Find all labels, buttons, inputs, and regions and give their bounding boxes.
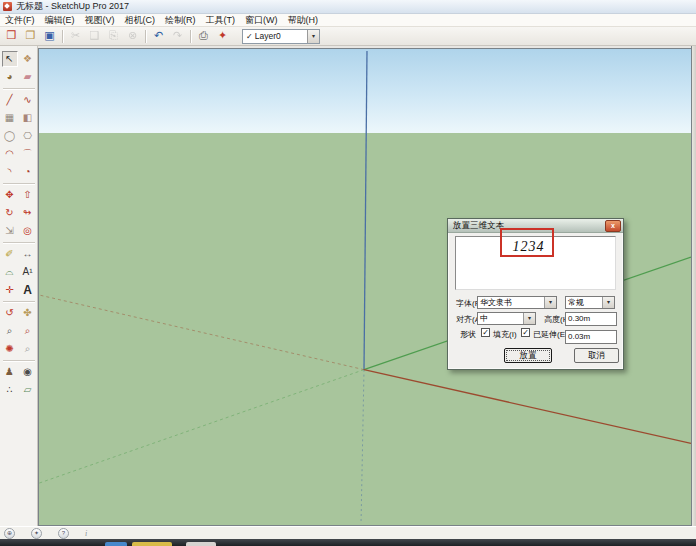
red-axis-dashed — [39, 295, 364, 370]
title-bar[interactable]: 无标题 - SketchUp Pro 2017 — [0, 0, 696, 14]
menu-item-help[interactable]: 帮助(H) — [283, 14, 324, 27]
line-tool[interactable]: ╱ — [2, 92, 18, 108]
dimension-tool[interactable]: ↔ — [20, 246, 36, 262]
menu-item-window[interactable]: 窗口(W) — [240, 14, 283, 27]
pie-tool[interactable]: ◔ — [20, 164, 36, 180]
zoom-extents-tool[interactable]: ✺ — [2, 341, 18, 357]
three-point-arc-tool[interactable]: ◝ — [2, 164, 18, 180]
cancel-button[interactable]: 取消 — [574, 348, 619, 363]
move-tool[interactable]: ✥ — [2, 187, 18, 203]
font-style-combo[interactable]: 常规 ▾ — [565, 296, 615, 309]
palette-separator — [3, 360, 35, 361]
red-annotation-box — [500, 228, 554, 257]
align-combo-arrow-icon[interactable]: ▾ — [523, 313, 535, 324]
offset-tool[interactable]: ◎ — [20, 223, 36, 239]
rectangle-tool[interactable]: ▦ — [2, 110, 18, 126]
pan-tool[interactable]: ✤ — [20, 305, 36, 321]
taskbar-app-3[interactable] — [186, 542, 216, 546]
status-bar: ⊕✦? i — [0, 526, 696, 539]
open-button[interactable]: ❐ — [21, 28, 40, 44]
place-button[interactable]: 放置 — [504, 348, 552, 363]
sketchup-logo-icon — [3, 2, 12, 11]
menu-bar: 文件(F)编辑(E)视图(V)相机(C)绘制(R)工具(T)窗口(W)帮助(H) — [0, 14, 696, 27]
circle-tool[interactable]: ◯ — [2, 128, 18, 144]
window-right-edge — [691, 46, 696, 526]
save-button[interactable]: ▣ — [40, 28, 59, 44]
font-style-value: 常规 — [566, 297, 602, 308]
protractor-tool[interactable]: ⌓ — [2, 264, 18, 280]
3d-text-dialog: 放置三维文本 x 1234 字体(F) 华文隶书 ▾ 常规 ▾ 对齐(A) 中 … — [447, 218, 624, 370]
palette-separator — [3, 242, 35, 243]
previous-view-tool[interactable]: ⌕ — [20, 341, 36, 357]
polygon-tool[interactable]: ⎔ — [20, 128, 36, 144]
zoom-window-tool[interactable]: ⌕ — [20, 323, 36, 339]
font-combo-arrow-icon[interactable]: ▾ — [544, 297, 556, 308]
cut-button[interactable]: ✂ — [66, 28, 85, 44]
rotate-tool[interactable]: ↻ — [2, 205, 18, 221]
dialog-close-button[interactable]: x — [605, 220, 621, 232]
make-component-tool[interactable]: ❖ — [20, 51, 36, 67]
font-style-arrow-icon[interactable]: ▾ — [602, 297, 614, 308]
extrude-input[interactable]: 0.03m — [565, 330, 617, 344]
fill-checkbox[interactable]: ✓ — [481, 328, 490, 337]
axes-tool[interactable]: ✛ — [2, 282, 18, 298]
geo-location-button[interactable]: ⊕ — [4, 528, 15, 539]
align-combo-value: 中 — [478, 313, 523, 324]
redo-button[interactable]: ↷ — [168, 28, 187, 44]
section-plane-tool[interactable]: ▱ — [20, 382, 36, 398]
new-button[interactable]: ❒ — [2, 28, 21, 44]
select-tool[interactable]: ↖ — [2, 51, 18, 67]
arc-tool[interactable]: ◠ — [2, 146, 18, 162]
help-button[interactable]: ? — [58, 528, 69, 539]
toolbar-separator — [145, 30, 146, 43]
print-button[interactable]: ⎙ — [194, 28, 213, 44]
position-camera-tool[interactable]: ♟ — [2, 364, 18, 380]
align-combo[interactable]: 中 ▾ — [477, 312, 536, 325]
toolbar-separator — [190, 30, 191, 43]
push-pull-tool[interactable]: ⇧ — [20, 187, 36, 203]
tape-measure-tool[interactable]: ✐ — [2, 246, 18, 262]
model-info-button[interactable]: ✦ — [213, 28, 232, 44]
rotated-rectangle-tool[interactable]: ◧ — [20, 110, 36, 126]
height-input[interactable]: 0.30m — [565, 312, 617, 326]
scale-tool[interactable]: ⇲ — [2, 223, 18, 239]
text-tool[interactable]: A¹ — [20, 264, 36, 280]
zoom-tool[interactable]: ⌕ — [2, 323, 18, 339]
menu-item-view[interactable]: 视图(V) — [80, 14, 120, 27]
tool-palette: ↖❖◕▰╱∿▦◧◯⎔◠⌒◝◔✥⇧↻↬⇲◎✐↔⌓A¹✛A↺✤⌕⌕✺⌕♟◉∴▱ — [0, 46, 38, 526]
orbit-tool[interactable]: ↺ — [2, 305, 18, 321]
menu-item-tools[interactable]: 工具(T) — [201, 14, 241, 27]
eraser-tool[interactable]: ▰ — [20, 69, 36, 85]
font-combo[interactable]: 华文隶书 ▾ — [477, 296, 557, 309]
erase-button[interactable]: ⊗ — [123, 28, 142, 44]
tool-palette-grid: ↖❖◕▰╱∿▦◧◯⎔◠⌒◝◔✥⇧↻↬⇲◎✐↔⌓A¹✛A↺✤⌕⌕✺⌕♟◉∴▱ — [0, 50, 37, 399]
shape-label: 形状 — [460, 329, 476, 340]
status-info-icon: i — [85, 529, 87, 538]
window-title: 无标题 - SketchUp Pro 2017 — [16, 0, 129, 13]
palette-separator — [3, 183, 35, 184]
toolbar-buttons: ❒❐▣✂❑⎘⊗↶↷⎙✦ — [2, 28, 232, 44]
menu-item-draw[interactable]: 绘制(R) — [160, 14, 201, 27]
extended-checkbox[interactable]: ✓ — [521, 328, 530, 337]
main-toolbar: ❒❐▣✂❑⎘⊗↶↷⎙✦ ✓ Layer0 ▾ — [0, 27, 696, 46]
claim-credit-button[interactable]: ✦ — [31, 528, 42, 539]
taskbar-app-1[interactable] — [105, 542, 127, 546]
menu-item-edit[interactable]: 编辑(E) — [40, 14, 80, 27]
follow-me-tool[interactable]: ↬ — [20, 205, 36, 221]
paste-button[interactable]: ⎘ — [104, 28, 123, 44]
windows-taskbar[interactable] — [0, 539, 696, 546]
copy-button[interactable]: ❑ — [85, 28, 104, 44]
menu-item-file[interactable]: 文件(F) — [0, 14, 40, 27]
layer-combo-arrow-icon[interactable]: ▾ — [307, 30, 319, 43]
freehand-tool[interactable]: ∿ — [20, 92, 36, 108]
walk-tool[interactable]: ∴ — [2, 382, 18, 398]
menu-item-camera[interactable]: 相机(C) — [120, 14, 161, 27]
paint-bucket-tool[interactable]: ◕ — [2, 69, 18, 85]
taskbar-app-2[interactable] — [132, 542, 172, 546]
layer-combo[interactable]: ✓ Layer0 ▾ — [242, 29, 320, 44]
look-around-tool[interactable]: ◉ — [20, 364, 36, 380]
undo-button[interactable]: ↶ — [149, 28, 168, 44]
status-icons: ⊕✦? — [4, 528, 85, 539]
3d-text-tool[interactable]: A — [20, 282, 36, 298]
two-point-arc-tool[interactable]: ⌒ — [20, 146, 36, 162]
